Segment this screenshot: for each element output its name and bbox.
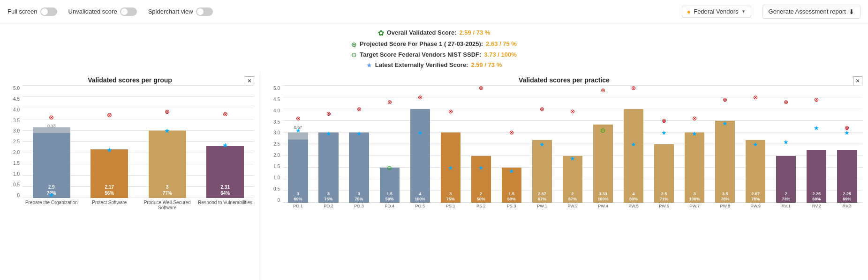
download-icon: ⬇ <box>849 8 854 15</box>
external-icon: ★ <box>366 60 372 70</box>
spiderchart-toggle[interactable] <box>196 7 213 16</box>
star-icon: ★ <box>417 129 423 136</box>
overall-icon: ✿ <box>378 27 384 39</box>
right-x-label-PW.9: PW.9 <box>740 203 771 208</box>
right-bar-PO.5: 4100% <box>410 109 430 203</box>
right-x-label-PS.1: PS.1 <box>435 203 466 208</box>
right-x-label-RV.3: RV.3 <box>832 203 862 208</box>
target-icon: ⊗ <box>296 115 301 122</box>
green-circle-icon: ⊙ <box>600 126 605 133</box>
right-chart-title: Validated scores per practice <box>266 76 862 84</box>
bar-value-label: 1.550% <box>502 192 521 202</box>
right-bars-area: ⊗★0.67369%⊗★375%⊗★375%⊗⊙1.550%⊗★4100%⊗★3… <box>283 86 862 203</box>
star-icon: ★ <box>814 124 819 131</box>
right-x-label-RV.1: RV.1 <box>771 203 801 208</box>
right-bar-group-PO.5: ⊗★4100% <box>405 86 435 203</box>
bar-value-label: 1.550% <box>380 192 400 202</box>
right-bar-PO.1: 0.67369% <box>288 133 308 203</box>
right-bar-group-PW.7: ⊗★3100% <box>679 86 710 203</box>
left-x-label-3: Respond to Vulnerabilities <box>196 198 255 205</box>
target-icon: ⊗ <box>601 87 605 94</box>
fullscreen-label: Full screen <box>8 8 38 15</box>
right-bar-group-RV.3: ⊗★2.2569% <box>832 86 862 203</box>
right-bar-group-PO.4: ⊗⊙1.550% <box>374 86 405 203</box>
overall-score-line: ✿ Overall Validated Score: 2.59 / 73 % <box>0 27 868 39</box>
fullscreen-toggle[interactable] <box>40 7 57 16</box>
left-x-label-0: Prepare the Organization <box>23 198 81 205</box>
green-circle-icon: ⊙ <box>387 164 392 171</box>
target-icon: ⊗ <box>479 85 483 91</box>
spiderchart-toggle-knob <box>197 8 204 15</box>
star-icon: ★ <box>356 130 362 137</box>
star-icon: ★ <box>661 129 667 136</box>
spiderchart-toggle-group: Spiderchart view <box>148 7 213 16</box>
projected-value: 2.63 / 75 % <box>486 39 517 49</box>
target-score-line: ⊙ Target Score Federal Vendors NIST SSDF… <box>0 50 868 60</box>
bar-value-label: 4100% <box>410 192 430 202</box>
right-chart-section: Validated scores per practice ✕ 0 0.5 1.… <box>260 73 868 280</box>
bar-value-label: 480% <box>624 192 643 202</box>
target-icon: ⊗ <box>540 106 544 112</box>
right-x-label-PW.7: PW.7 <box>679 203 710 208</box>
right-bar-group-PW.8: ⊗★3.578% <box>710 86 740 203</box>
star-icon: ★ <box>295 126 301 133</box>
unvalidated-toggle-group: Unvalidated score <box>68 7 137 16</box>
chevron-down-icon: ▼ <box>741 9 746 14</box>
vendor-selector[interactable]: ● Federal Vendors ▼ <box>682 6 751 18</box>
right-x-label-PW.4: PW.4 <box>588 203 618 208</box>
generate-report-button[interactable]: Generate Assessment report ⬇ <box>762 5 860 19</box>
bar-2: 377% <box>149 131 186 198</box>
unvalidated-toggle[interactable] <box>120 7 137 16</box>
projected-score-line: ⊕ Projected Score For Phase 1 ( 27-03-20… <box>0 39 868 50</box>
left-bars-area: ⊗★0.132.979%⊗★2.1756%⊗★377%⊗★2.3164% <box>23 86 254 198</box>
bar-1: 2.1756% <box>91 149 128 198</box>
right-x-label-PO.2: PO.2 <box>313 203 344 208</box>
external-label: Latest Externally Verified Score: <box>375 60 468 70</box>
right-bar-group-PO.3: ⊗★375% <box>344 86 374 203</box>
right-bar-PW.6: 2.571% <box>654 144 674 203</box>
right-x-label-PO.3: PO.3 <box>344 203 374 208</box>
external-score-line: ★ Latest Externally Verified Score: 2.59… <box>0 60 868 70</box>
right-bar-PW.9: 2.6778% <box>746 140 765 203</box>
right-bar-RV.3: 2.2569% <box>837 150 857 203</box>
bar-value-label: 3.33100% <box>593 192 613 202</box>
projected-icon: ⊕ <box>351 39 357 50</box>
left-bar-group-1: ⊗★2.1756% <box>81 86 139 198</box>
bar-value-label: 2.6778% <box>746 192 765 202</box>
right-bar-PO.4: 1.550% <box>380 168 400 203</box>
left-chart-section: Validated scores per group ✕ 0 0.5 1.0 1… <box>0 73 260 280</box>
left-y-axis: 0 0.5 1.0 1.5 2.0 2.5 3.0 3.5 4.0 4.5 5.… <box>6 86 22 198</box>
right-x-label-PO.4: PO.4 <box>374 203 405 208</box>
left-bar-group-2: ⊗★377% <box>138 86 196 198</box>
left-chart-close-button[interactable]: ✕ <box>245 76 254 86</box>
star-icon: ★ <box>509 168 514 175</box>
target-icon: ⊗ <box>692 115 697 122</box>
bar-value-label: 2.2569% <box>807 192 826 202</box>
projected-label: Projected Score For Phase 1 ( 27-03-2025… <box>360 39 483 49</box>
left-bar-group-0: ⊗★0.132.979% <box>23 86 81 198</box>
right-bar-group-PS.3: ⊗★1.550% <box>496 86 527 203</box>
target-icon: ⊗ <box>49 113 54 120</box>
star-icon: ★ <box>448 164 453 171</box>
right-bar-PW.2: 267% <box>563 156 582 203</box>
left-x-label-2: Produce Well-Secured Software <box>138 198 196 210</box>
right-bar-group-PW.9: ⊗★2.6778% <box>740 86 771 203</box>
target-icon: ⊗ <box>723 96 727 103</box>
target-icon: ⊗ <box>570 108 575 115</box>
right-chart-close-button[interactable]: ✕ <box>853 76 862 86</box>
star-icon: ★ <box>783 138 789 145</box>
right-bar-RV.1: 273% <box>776 156 796 203</box>
star-icon: ★ <box>753 140 758 147</box>
right-bar-PO.2: 375% <box>318 133 338 203</box>
left-x-label-1: Protect Software <box>81 198 139 205</box>
right-bar-group-PW.2: ⊗★267% <box>557 86 588 203</box>
charts-container: Validated scores per group ✕ 0 0.5 1.0 1… <box>0 73 868 280</box>
right-bar-group-PS.1: ⊗★375% <box>435 86 466 203</box>
target-icon: ⊗ <box>418 94 423 101</box>
bar-value-label: 250% <box>471 192 491 202</box>
right-x-label-PS.3: PS.3 <box>496 203 527 208</box>
right-bar-group-PO.1: ⊗★0.67369% <box>283 86 313 203</box>
bar-value-label: 2.2569% <box>837 192 857 202</box>
right-x-label-PO.5: PO.5 <box>405 203 435 208</box>
right-bar-group-RV.2: ⊗★2.2569% <box>801 86 832 203</box>
